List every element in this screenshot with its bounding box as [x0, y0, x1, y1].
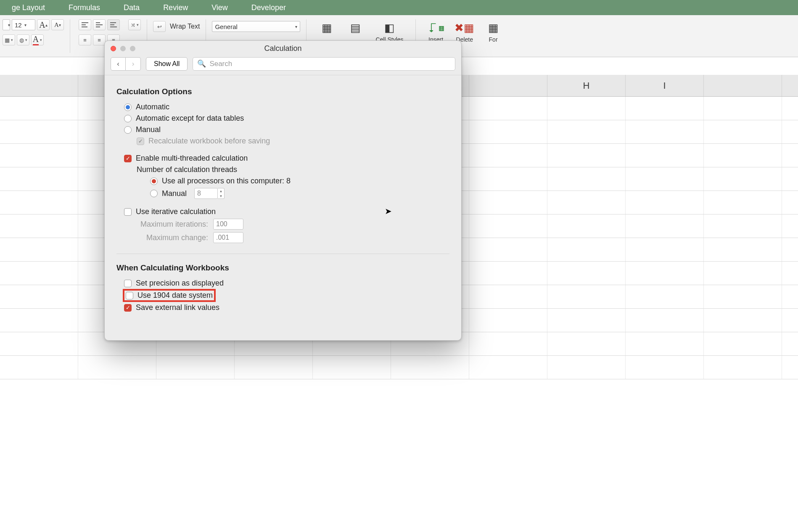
col-header[interactable] [704, 75, 782, 96]
align-bottom-icon[interactable] [107, 19, 120, 30]
minimize-icon [120, 46, 126, 51]
delete-icon: ✖▦ [456, 19, 473, 36]
tab-formulas[interactable]: Formulas [57, 0, 112, 15]
calculation-preferences-dialog: Calculation ‹ › Show All 🔍 Search Calcul… [104, 40, 462, 341]
tab-review[interactable]: Review [151, 0, 200, 15]
cursor-icon: ➤ [385, 206, 392, 216]
label-manual: Manual [136, 125, 161, 134]
dialog-toolbar: ‹ › Show All 🔍 Search [105, 56, 461, 75]
section-calculation-options: Calculation Options [116, 87, 449, 96]
radio-threads-manual[interactable] [150, 190, 158, 197]
checkbox-use-iterative[interactable] [124, 208, 132, 216]
radio-manual[interactable] [124, 126, 132, 134]
label-max-iterations: Maximum iterations: [137, 220, 208, 229]
decrease-font-icon[interactable]: A▾ [51, 19, 64, 30]
tab-data[interactable]: Data [112, 0, 151, 15]
conditional-formatting-icon: ▦ [318, 19, 335, 36]
checkbox-precision-as-displayed[interactable] [124, 280, 132, 287]
separator [70, 19, 70, 53]
insert-icon: ⮦▦ [428, 19, 444, 36]
border-icon[interactable]: ▦▾ [3, 34, 15, 45]
format-button[interactable]: ▦ For [479, 19, 507, 43]
delete-button[interactable]: ✖▦ Delete [450, 19, 479, 43]
col-header[interactable]: H [547, 75, 626, 96]
highlight-1904-date-system: Use 1904 date system [124, 290, 214, 301]
radio-automatic[interactable] [124, 103, 132, 111]
label-use-all-processors: Use all processors on this computer: 8 [162, 177, 291, 185]
back-button[interactable]: ‹ [111, 57, 126, 71]
label-1904-date-system: Use 1904 date system [137, 291, 213, 300]
label-precision-as-displayed: Set precision as displayed [136, 279, 224, 288]
label-threads-manual: Manual [162, 189, 187, 198]
format-as-table-button[interactable]: ▤ [341, 19, 370, 36]
col-header[interactable] [469, 75, 547, 96]
conditional-formatting-button[interactable]: ▦ [312, 19, 341, 36]
align-center-icon[interactable]: ≡ [93, 34, 106, 45]
dialog-title: Calculation [105, 44, 461, 53]
checkbox-enable-mt[interactable] [124, 155, 132, 162]
insert-button[interactable]: ⮦▦ Insert [422, 19, 450, 43]
label-use-iterative: Use iterative calculation [136, 207, 216, 216]
align-top-icon[interactable] [79, 19, 91, 30]
label-save-external-links: Save external link values [136, 303, 219, 312]
format-label: For [489, 36, 498, 43]
divider [116, 254, 449, 254]
col-header[interactable] [0, 75, 78, 96]
tab-developer[interactable]: Developer [240, 0, 298, 15]
label-recalc-before-save: Recalculate workbook before saving [148, 137, 270, 146]
: Number of calculation threads [137, 165, 237, 174]
threads-stepper[interactable]: ▲▼ [218, 188, 225, 199]
radio-auto-except[interactable] [124, 115, 132, 122]
label-max-change: Maximum change: [137, 233, 208, 242]
cell-styles-icon: ◧ [381, 19, 398, 36]
label-enable-mt: Enable multi-threaded calculation [136, 154, 248, 163]
checkbox-recalc-before-save [137, 138, 144, 145]
show-all-button[interactable]: Show All [146, 57, 188, 71]
checkbox-1904-date-system[interactable] [126, 292, 133, 299]
align-left-icon[interactable]: ≡ [79, 34, 91, 45]
orientation-icon[interactable]: ⤭▾ [128, 19, 141, 30]
max-change-input[interactable]: .001 [213, 232, 243, 243]
search-input[interactable]: 🔍 Search [193, 57, 455, 71]
align-middle-icon[interactable] [93, 19, 106, 30]
ribbon-tabs: ge Layout Formulas Data Review View Deve… [0, 0, 798, 15]
radio-use-all-processors[interactable] [150, 177, 158, 185]
forward-button[interactable]: › [126, 57, 141, 71]
checkbox-save-external-links[interactable] [124, 304, 132, 312]
label-auto-except: Automatic except for data tables [136, 114, 244, 123]
search-placeholder: Search [209, 60, 232, 68]
label-automatic: Automatic [136, 103, 169, 111]
increase-font-icon[interactable]: A▴ [37, 19, 50, 30]
wrap-text-label[interactable]: Wrap Text [170, 23, 200, 30]
number-format-dropdown[interactable]: General▾ [212, 21, 300, 32]
format-as-table-icon: ▤ [347, 19, 364, 36]
cell-styles-button[interactable]: ◧ Cell Styles [370, 19, 409, 43]
font-color-icon[interactable]: A▾ [31, 34, 44, 45]
zoom-icon [130, 46, 135, 51]
col-header[interactable]: I [626, 75, 704, 96]
tab-page-layout[interactable]: ge Layout [0, 0, 57, 15]
tab-view[interactable]: View [200, 0, 240, 15]
font-name-dropdown[interactable]: ▾ [3, 19, 10, 30]
wrap-text-icon[interactable]: ↩ [153, 21, 166, 32]
close-icon[interactable] [111, 46, 116, 51]
font-size-dropdown[interactable]: 12▾ [12, 19, 35, 30]
fill-color-icon[interactable]: ◍▾ [17, 34, 29, 45]
format-icon: ▦ [485, 19, 502, 36]
threads-manual-input[interactable]: 8 [194, 188, 218, 199]
search-icon: 🔍 [197, 59, 206, 68]
dialog-titlebar[interactable]: Calculation [105, 41, 461, 56]
section-when-calculating: When Calculating Workbooks [116, 263, 449, 273]
max-iterations-input[interactable]: 100 [213, 219, 243, 230]
